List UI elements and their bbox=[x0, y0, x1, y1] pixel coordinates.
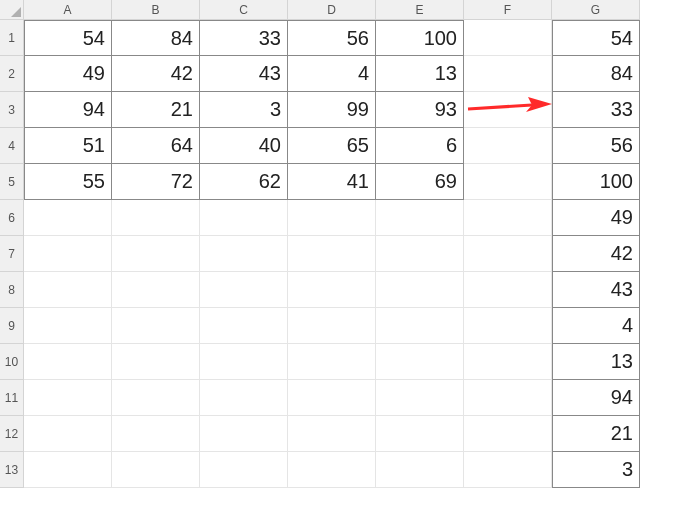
cell[interactable]: 99 bbox=[288, 92, 376, 128]
cell[interactable]: 93 bbox=[376, 92, 464, 128]
cell[interactable] bbox=[288, 344, 376, 380]
cell[interactable] bbox=[376, 380, 464, 416]
cell[interactable] bbox=[24, 416, 112, 452]
cell[interactable]: 100 bbox=[376, 20, 464, 56]
col-header[interactable]: E bbox=[376, 0, 464, 20]
cell[interactable] bbox=[112, 308, 200, 344]
cell[interactable] bbox=[376, 344, 464, 380]
cell[interactable]: 4 bbox=[288, 56, 376, 92]
cell[interactable] bbox=[464, 272, 552, 308]
cell[interactable] bbox=[288, 236, 376, 272]
col-header[interactable]: A bbox=[24, 0, 112, 20]
cell[interactable] bbox=[200, 452, 288, 488]
cell[interactable] bbox=[24, 308, 112, 344]
cell[interactable] bbox=[376, 416, 464, 452]
row-header[interactable]: 13 bbox=[0, 452, 24, 488]
cell[interactable] bbox=[464, 128, 552, 164]
row-header[interactable]: 12 bbox=[0, 416, 24, 452]
row-header[interactable]: 10 bbox=[0, 344, 24, 380]
cell[interactable]: 49 bbox=[552, 200, 640, 236]
cell[interactable] bbox=[200, 236, 288, 272]
cell[interactable]: 40 bbox=[200, 128, 288, 164]
cell[interactable] bbox=[464, 20, 552, 56]
cell[interactable]: 65 bbox=[288, 128, 376, 164]
cell[interactable] bbox=[288, 272, 376, 308]
cell[interactable] bbox=[24, 344, 112, 380]
cell[interactable] bbox=[24, 380, 112, 416]
cell[interactable]: 54 bbox=[24, 20, 112, 56]
cell[interactable] bbox=[200, 308, 288, 344]
cell[interactable]: 62 bbox=[200, 164, 288, 200]
cell[interactable]: 13 bbox=[376, 56, 464, 92]
cell[interactable]: 43 bbox=[200, 56, 288, 92]
cell[interactable] bbox=[112, 416, 200, 452]
row-header[interactable]: 8 bbox=[0, 272, 24, 308]
cell[interactable] bbox=[112, 200, 200, 236]
cell[interactable]: 56 bbox=[552, 128, 640, 164]
cell[interactable] bbox=[376, 236, 464, 272]
cell[interactable] bbox=[200, 380, 288, 416]
cell[interactable] bbox=[464, 200, 552, 236]
cell[interactable] bbox=[288, 380, 376, 416]
cell[interactable]: 4 bbox=[552, 308, 640, 344]
cell[interactable] bbox=[376, 452, 464, 488]
cell[interactable] bbox=[288, 452, 376, 488]
row-header[interactable]: 6 bbox=[0, 200, 24, 236]
row-header[interactable]: 1 bbox=[0, 20, 24, 56]
cell[interactable] bbox=[112, 272, 200, 308]
cell[interactable]: 56 bbox=[288, 20, 376, 56]
cell[interactable]: 94 bbox=[552, 380, 640, 416]
cell[interactable]: 94 bbox=[24, 92, 112, 128]
cell[interactable]: 72 bbox=[112, 164, 200, 200]
cell[interactable]: 100 bbox=[552, 164, 640, 200]
cell[interactable] bbox=[464, 236, 552, 272]
cell[interactable]: 41 bbox=[288, 164, 376, 200]
row-header[interactable]: 11 bbox=[0, 380, 24, 416]
cell[interactable]: 3 bbox=[552, 452, 640, 488]
cell[interactable] bbox=[376, 308, 464, 344]
cell[interactable] bbox=[464, 380, 552, 416]
cell[interactable]: 51 bbox=[24, 128, 112, 164]
cell[interactable]: 84 bbox=[112, 20, 200, 56]
row-header[interactable]: 3 bbox=[0, 92, 24, 128]
row-header[interactable]: 5 bbox=[0, 164, 24, 200]
cell[interactable] bbox=[464, 452, 552, 488]
cell[interactable]: 21 bbox=[112, 92, 200, 128]
col-header[interactable]: C bbox=[200, 0, 288, 20]
cell[interactable]: 55 bbox=[24, 164, 112, 200]
cell[interactable]: 54 bbox=[552, 20, 640, 56]
select-all-corner[interactable] bbox=[0, 0, 24, 20]
cell[interactable]: 13 bbox=[552, 344, 640, 380]
cell[interactable]: 64 bbox=[112, 128, 200, 164]
col-header[interactable]: G bbox=[552, 0, 640, 20]
cell[interactable]: 33 bbox=[552, 92, 640, 128]
col-header[interactable]: B bbox=[112, 0, 200, 20]
cell[interactable] bbox=[200, 416, 288, 452]
cell[interactable]: 43 bbox=[552, 272, 640, 308]
cell[interactable] bbox=[464, 308, 552, 344]
cell[interactable] bbox=[200, 200, 288, 236]
cell[interactable] bbox=[112, 452, 200, 488]
cell[interactable]: 49 bbox=[24, 56, 112, 92]
row-header[interactable]: 2 bbox=[0, 56, 24, 92]
cell[interactable] bbox=[376, 272, 464, 308]
cell[interactable] bbox=[112, 344, 200, 380]
col-header[interactable]: D bbox=[288, 0, 376, 20]
cell[interactable] bbox=[200, 272, 288, 308]
col-header[interactable]: F bbox=[464, 0, 552, 20]
cell[interactable] bbox=[464, 344, 552, 380]
cell[interactable] bbox=[464, 416, 552, 452]
cell[interactable] bbox=[288, 416, 376, 452]
cell[interactable]: 69 bbox=[376, 164, 464, 200]
cell[interactable] bbox=[24, 452, 112, 488]
cell[interactable]: 33 bbox=[200, 20, 288, 56]
cell[interactable]: 3 bbox=[200, 92, 288, 128]
cell[interactable] bbox=[24, 272, 112, 308]
row-header[interactable]: 4 bbox=[0, 128, 24, 164]
cell[interactable]: 42 bbox=[112, 56, 200, 92]
cell[interactable] bbox=[24, 236, 112, 272]
row-header[interactable]: 7 bbox=[0, 236, 24, 272]
row-header[interactable]: 9 bbox=[0, 308, 24, 344]
cell[interactable] bbox=[112, 236, 200, 272]
cell[interactable] bbox=[376, 200, 464, 236]
